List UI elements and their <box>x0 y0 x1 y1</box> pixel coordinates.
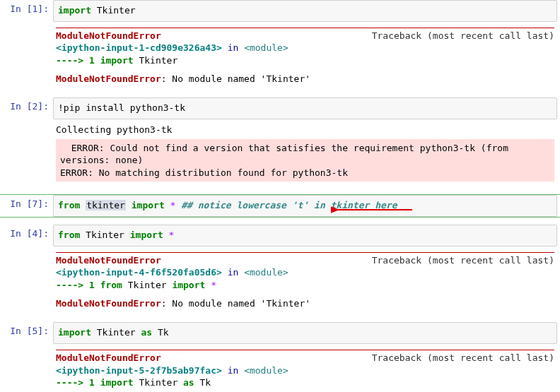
output-prompt <box>0 344 53 392</box>
code-input[interactable]: from Tkinter import * <box>53 225 557 247</box>
code-token: import <box>100 377 134 388</box>
code-token: import <box>58 327 91 338</box>
code-cell[interactable]: In [7]:from tkinter import * ## notice l… <box>0 194 560 218</box>
code-input[interactable]: import Tkinter as Tk <box>53 322 557 344</box>
input-prompt: In [2]: <box>0 97 53 119</box>
code-token: Tkinter <box>122 280 172 290</box>
cell-content: from tkinter import * ## notice lowercas… <box>53 195 560 217</box>
output-area: Collecting python3-tk ERROR: Could not f… <box>53 119 557 187</box>
input-prompt: In [7]: <box>0 195 53 217</box>
traceback-label: Traceback (most recent call last) <box>287 352 554 364</box>
traceback-file: <ipython-input-4-f6f520fa05d6> <box>56 267 222 278</box>
error-name: ModuleNotFoundError <box>56 254 161 267</box>
input-prompt: In [4]: <box>0 225 53 247</box>
traceback-location: <ipython-input-1-cd909e326a43> in <modul… <box>56 42 554 54</box>
traceback-location: <ipython-input-4-f6f520fa05d6> in <modul… <box>56 266 554 279</box>
code-token <box>205 280 211 290</box>
code-token <box>163 230 169 240</box>
code-cell[interactable]: In [5]:import Tkinter as Tk <box>0 322 560 344</box>
traceback-module: <module> <box>244 365 288 376</box>
error-message: : No module named 'Tkinter' <box>161 73 310 84</box>
code-token: from <box>58 200 80 210</box>
code-token: Tk <box>194 377 211 388</box>
notebook-container: In [1]:import TkinterModuleNotFoundError… <box>0 0 560 392</box>
cell-content: from Tkinter import * <box>53 225 560 247</box>
code-cell[interactable]: In [1]:import Tkinter <box>0 0 560 22</box>
traceback-label: Traceback (most recent call last) <box>287 254 554 267</box>
code-token: ----> 1 <box>56 377 100 388</box>
code-token: Tk <box>152 327 168 338</box>
code-token: Tkinter <box>134 377 183 388</box>
output-area: ModuleNotFoundErrorTraceback (most recen… <box>53 344 557 392</box>
pip-output-line: Collecting python3-tk <box>56 124 554 136</box>
output-area: ModuleNotFoundErrorTraceback (most recen… <box>53 22 557 90</box>
code-token: * <box>169 230 175 240</box>
output-cell: ModuleNotFoundErrorTraceback (most recen… <box>0 247 560 315</box>
input-prompt: In [5]: <box>0 322 53 344</box>
error-name: ModuleNotFoundError <box>56 298 161 309</box>
traceback-file: <ipython-input-1-cd909e326a43> <box>56 42 222 53</box>
code-token: * <box>211 280 216 290</box>
code-token: Tkinter <box>134 55 178 66</box>
traceback-final: ModuleNotFoundError: No module named 'Tk… <box>56 73 554 85</box>
code-cell[interactable]: In [2]:!pip install python3-tk <box>0 97 560 119</box>
error-name: ModuleNotFoundError <box>56 73 161 84</box>
traceback-final: ModuleNotFoundError: No module named 'Tk… <box>56 297 554 310</box>
output-prompt <box>0 247 53 315</box>
traceback-divider <box>56 252 554 253</box>
code-token: import <box>172 280 205 290</box>
cell-content: import Tkinter <box>53 0 560 22</box>
traceback-in: in <box>222 42 244 53</box>
traceback-header: ModuleNotFoundErrorTraceback (most recen… <box>56 30 554 42</box>
traceback-header: ModuleNotFoundErrorTraceback (most recen… <box>56 254 554 267</box>
code-token: ----> 1 <box>56 55 100 66</box>
code-token: Tkinter <box>80 230 129 240</box>
code-token: import <box>132 200 165 210</box>
pip-error-line: ERROR: No matching distribution found fo… <box>60 167 550 179</box>
code-token: ## notice lowercase 't' in tkinter here <box>181 200 397 210</box>
cell-content: !pip install python3-tk <box>53 97 560 119</box>
traceback-module: <module> <box>244 267 288 278</box>
output-cell: ModuleNotFoundErrorTraceback (most recen… <box>0 344 560 392</box>
code-token: Tkinter <box>91 327 141 338</box>
output-area: ModuleNotFoundErrorTraceback (most recen… <box>53 247 557 315</box>
traceback-label: Traceback (most recent call last) <box>287 30 554 42</box>
code-token: as <box>141 327 152 338</box>
error-name: ModuleNotFoundError <box>56 352 161 364</box>
error-message: : No module named 'Tkinter' <box>161 298 310 309</box>
code-input[interactable]: !pip install python3-tk <box>53 97 557 119</box>
traceback-file: <ipython-input-5-2f7b5ab97fac> <box>56 365 222 376</box>
traceback-in: in <box>222 365 244 376</box>
code-token: import <box>130 230 163 240</box>
code-token: import <box>58 5 91 16</box>
traceback-in: in <box>222 267 244 278</box>
code-input[interactable]: import Tkinter <box>53 0 557 22</box>
code-token <box>165 200 170 210</box>
output-prompt <box>0 22 53 90</box>
code-token <box>126 200 132 210</box>
traceback-arrow-line: ----> 1 import Tkinter <box>56 54 554 67</box>
code-token: ----> 1 <box>56 280 100 290</box>
traceback-module: <module> <box>244 42 288 53</box>
traceback-arrow-line: ----> 1 from Tkinter import * <box>56 279 554 292</box>
output-cell: Collecting python3-tk ERROR: Could not f… <box>0 119 560 187</box>
output-prompt <box>0 119 53 187</box>
code-cell[interactable]: In [4]:from Tkinter import * <box>0 225 560 247</box>
code-token <box>80 200 86 210</box>
error-name: ModuleNotFoundError <box>56 30 161 42</box>
pip-error-block: ERROR: Could not find a version that sat… <box>56 139 554 182</box>
traceback-divider <box>56 350 554 350</box>
code-token: tkinter <box>86 200 126 210</box>
code-token: Tkinter <box>91 5 136 16</box>
traceback-divider <box>56 28 554 28</box>
code-token: pip install python3-tk <box>64 102 185 113</box>
traceback-arrow-line: ----> 1 import Tkinter as Tk <box>56 376 554 389</box>
traceback-location: <ipython-input-5-2f7b5ab97fac> in <modul… <box>56 364 554 377</box>
code-token: from <box>58 230 80 240</box>
code-token: from <box>100 280 122 290</box>
cell-content: import Tkinter as Tk <box>53 322 560 344</box>
code-token: import <box>100 55 134 66</box>
pip-error-line: ERROR: Could not find a version that sat… <box>60 142 550 167</box>
code-input[interactable]: from tkinter import * ## notice lowercas… <box>53 195 557 217</box>
code-token: as <box>183 377 194 388</box>
